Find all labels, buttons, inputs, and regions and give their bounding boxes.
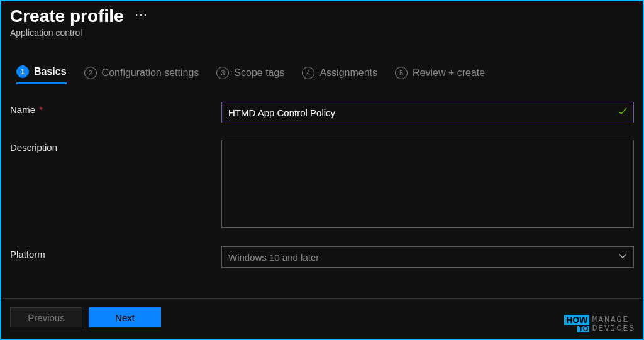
platform-label: Platform xyxy=(10,246,221,260)
watermark: HOW TO MANAGE DEVICES xyxy=(564,315,635,332)
watermark-line2: DEVICES xyxy=(592,324,635,332)
watermark-to: TO xyxy=(577,326,589,332)
tab-assignments[interactable]: 4 Assignments xyxy=(302,67,377,84)
tab-number: 3 xyxy=(216,67,229,79)
tab-scope-tags[interactable]: 3 Scope tags xyxy=(216,67,284,84)
tab-number: 1 xyxy=(16,65,29,78)
tab-number: 4 xyxy=(302,67,314,79)
watermark-line1: MANAGE xyxy=(592,315,635,324)
footer-bar: Previous Next xyxy=(3,298,641,339)
platform-select[interactable]: Windows 10 and later xyxy=(221,246,634,268)
tab-label: Scope tags xyxy=(234,67,284,79)
wizard-tabs: 1 Basics 2 Configuration settings 3 Scop… xyxy=(10,65,634,84)
previous-button[interactable]: Previous xyxy=(10,307,82,327)
tab-label: Basics xyxy=(34,66,67,77)
checkmark-icon xyxy=(618,106,628,119)
platform-value: Windows 10 and later xyxy=(228,252,319,263)
tab-number: 2 xyxy=(84,67,97,79)
page-title: Create profile xyxy=(10,6,124,26)
tab-number: 5 xyxy=(395,67,408,79)
tab-label: Configuration settings xyxy=(102,67,199,79)
tab-configuration-settings[interactable]: 2 Configuration settings xyxy=(84,67,199,84)
page-subtitle: Application control xyxy=(10,28,634,38)
tab-label: Review + create xyxy=(413,67,485,79)
chevron-down-icon xyxy=(618,252,627,263)
more-menu-button[interactable]: ··· xyxy=(135,8,148,25)
tab-review-create[interactable]: 5 Review + create xyxy=(395,67,485,84)
next-button[interactable]: Next xyxy=(89,307,161,327)
tab-basics[interactable]: 1 Basics xyxy=(16,65,67,84)
description-input[interactable] xyxy=(221,140,634,228)
name-input[interactable] xyxy=(221,102,634,123)
watermark-how: HOW xyxy=(564,315,589,325)
required-indicator: * xyxy=(36,104,43,115)
tab-label: Assignments xyxy=(319,67,377,79)
description-label: Description xyxy=(10,140,221,153)
name-label: Name * xyxy=(10,102,221,115)
